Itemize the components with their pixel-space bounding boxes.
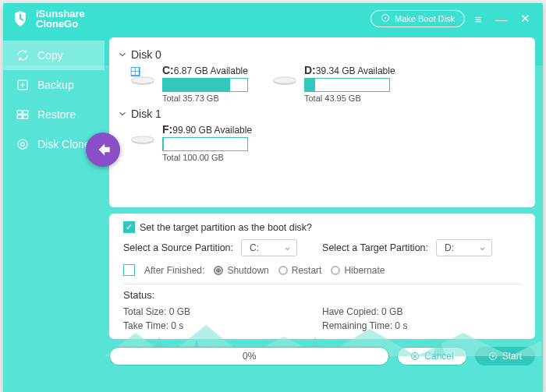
partition[interactable]: D:39.34 GB AvailableTotal 43.95 GB [271, 64, 395, 103]
status-have-copied: Have Copied: 0 GB [322, 306, 521, 317]
main-area: Disk 0C:6.87 GB AvailableTotal 35.73 GBD… [105, 34, 543, 392]
progress-value: 0% [243, 351, 256, 362]
drive-icon [271, 67, 298, 86]
partition[interactable]: C:6.87 GB AvailableTotal 35.73 GB [129, 64, 248, 103]
settings-panel: Set the target partition as the boot dis… [109, 214, 535, 339]
svg-point-17 [274, 77, 296, 84]
after-option-shutdown[interactable]: Shutdown [214, 265, 268, 276]
start-button[interactable]: Start [475, 347, 535, 366]
partition-total: Total 43.95 GB [304, 94, 395, 103]
boot-target-checkbox[interactable] [123, 221, 135, 233]
source-partition-dropdown[interactable]: C: [241, 239, 297, 256]
after-option-hibernate[interactable]: Hibernate [331, 265, 385, 276]
svg-point-8 [21, 143, 25, 147]
status-total-size: Total Size: 0 GB [123, 306, 322, 317]
svg-point-7 [18, 139, 27, 149]
status-take-time: Take Time: 0 s [123, 320, 322, 331]
sidebar-item-label: Restore [37, 108, 76, 121]
app-window: iSunshare CloneGo Make Boot Disk ≡ — ✕ C… [3, 3, 543, 392]
svg-rect-5 [17, 115, 22, 119]
disk-list-panel: Disk 0C:6.87 GB AvailableTotal 35.73 GBD… [109, 37, 535, 207]
minimize-button[interactable]: — [491, 9, 512, 29]
partition-label: F:99.90 GB Available [162, 123, 252, 136]
status-block: Status: Total Size: 0 GB Have Copied: 0 … [123, 289, 521, 331]
after-option-restart[interactable]: Restart [278, 265, 322, 276]
svg-rect-11 [136, 68, 139, 71]
partition-label: D:39.34 GB Available [304, 64, 395, 76]
source-partition-label: Select a Source Partition: [123, 242, 233, 253]
close-button[interactable]: ✕ [515, 9, 535, 29]
play-icon [488, 351, 498, 361]
svg-rect-10 [132, 68, 135, 71]
boot-target-label: Set the target partition as the boot dis… [140, 222, 312, 233]
make-boot-label: Make Boot Disk [395, 14, 455, 23]
partition-label: C:6.87 GB Available [162, 64, 248, 76]
radio-icon [278, 266, 288, 275]
svg-rect-13 [136, 72, 139, 75]
footer: 0% Cancel Start [109, 347, 535, 366]
partition-total: Total 35.73 GB [162, 94, 248, 103]
after-finished-label: After Finished: [144, 265, 204, 276]
cancel-icon [410, 351, 420, 361]
sidebar-item-backup[interactable]: Backup [3, 70, 105, 100]
svg-rect-12 [132, 72, 135, 75]
disk-header[interactable]: Disk 0 [117, 48, 524, 61]
svg-rect-3 [17, 111, 22, 115]
app-title: iSunshare CloneGo [36, 9, 85, 29]
minimize-icon: — [496, 12, 508, 26]
brand-line2: CloneGo [36, 19, 85, 29]
start-label: Start [502, 351, 522, 362]
partition-total: Total 100.00 GB [162, 153, 252, 162]
target-partition-dropdown[interactable]: D: [436, 239, 492, 256]
svg-point-15 [132, 77, 154, 84]
svg-rect-6 [23, 115, 28, 119]
make-boot-disk-button[interactable]: Make Boot Disk [370, 10, 465, 27]
disc-icon [381, 13, 390, 24]
clone-icon [16, 137, 30, 151]
hamburger-icon: ≡ [475, 12, 482, 26]
sidebar-item-label: Disk Clone [37, 138, 90, 150]
app-logo-icon [11, 9, 30, 28]
chevron-down-icon [117, 108, 128, 119]
radio-icon [331, 266, 340, 275]
svg-rect-4 [23, 111, 28, 115]
svg-point-19 [132, 136, 154, 143]
radio-icon [214, 266, 223, 275]
status-remaining-time: Remaining Time: 0 s [322, 320, 521, 331]
chevron-down-icon [117, 49, 128, 60]
backup-icon [16, 78, 30, 92]
sidebar: Copy Backup Restore Disk Clone [3, 34, 105, 392]
usage-bar [304, 78, 390, 92]
refresh-icon [16, 48, 30, 62]
progress-bar: 0% [109, 347, 389, 366]
drive-icon [129, 67, 156, 86]
partition[interactable]: F:99.90 GB AvailableTotal 100.00 GB [129, 123, 252, 162]
close-icon: ✕ [520, 12, 530, 26]
status-title: Status: [123, 289, 521, 301]
titlebar: iSunshare CloneGo Make Boot Disk ≡ — ✕ [3, 3, 543, 34]
sidebar-item-restore[interactable]: Restore [3, 100, 105, 129]
after-finished-checkbox[interactable] [123, 264, 135, 276]
cancel-button[interactable]: Cancel [397, 347, 466, 366]
sidebar-item-label: Backup [37, 79, 74, 91]
target-partition-label: Select a Target Partition: [322, 242, 428, 253]
svg-point-1 [385, 17, 386, 19]
sidebar-item-label: Copy [37, 49, 63, 62]
disk-header[interactable]: Disk 1 [117, 108, 524, 120]
highlight-arrow-icon [86, 132, 120, 167]
restore-icon [16, 108, 30, 122]
cancel-label: Cancel [424, 351, 453, 362]
sidebar-item-copy[interactable]: Copy [3, 41, 105, 70]
usage-bar [162, 137, 248, 151]
menu-button[interactable]: ≡ [468, 9, 488, 29]
usage-bar [162, 78, 248, 92]
drive-icon [129, 126, 156, 145]
